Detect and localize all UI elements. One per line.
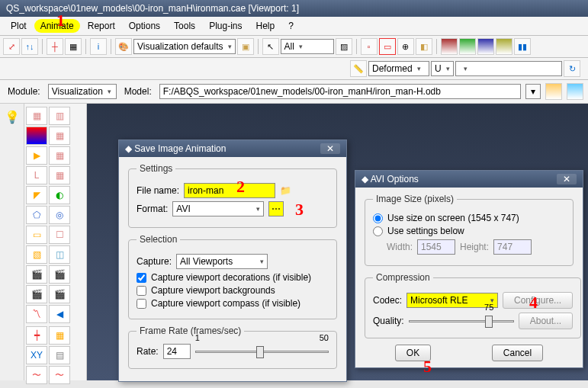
node-icon[interactable]: ▫ [361, 38, 378, 55]
tb-8[interactable]: ▦ [49, 166, 70, 184]
model-path-field[interactable] [159, 84, 521, 99]
tb-axis[interactable]: ┿ [26, 326, 47, 345]
rate-slider[interactable]: 1 50 [195, 342, 329, 361]
tb-10[interactable]: ◐ [49, 186, 70, 204]
compression-group: Compression Codec: Microsoft RLE Configu… [365, 272, 581, 338]
tb-grid[interactable]: ▦ [49, 326, 70, 345]
tb-6[interactable]: ▦ [49, 146, 70, 165]
selection-legend: Selection [137, 234, 180, 245]
menu-tools[interactable]: Tools [168, 19, 201, 33]
quality-slider[interactable]: 75 [409, 312, 514, 330]
opt-screen-label: Use size on screen (1545 x 747) [387, 213, 519, 223]
tb-wave2[interactable]: 〜 [49, 366, 70, 384]
filename-input[interactable] [184, 183, 275, 198]
model-dropdown-icon[interactable]: ▾ [525, 84, 541, 99]
tb-3[interactable] [26, 127, 47, 145]
tb-2[interactable]: ▥ [49, 107, 70, 125]
tb-film4[interactable]: 🎬 [49, 285, 70, 303]
tb-9[interactable]: ◤ [26, 186, 47, 204]
tb-film1[interactable]: 🎬 [26, 265, 47, 284]
tb-prev[interactable]: ◀ [49, 305, 70, 323]
menu-plot[interactable]: Plot [5, 19, 33, 33]
capture-select[interactable]: All Viewports [176, 254, 268, 269]
diamond-icon: ◆ [125, 143, 132, 154]
tb-wave1[interactable]: 〜 [26, 366, 47, 384]
axis-icon[interactable]: ┼ [47, 38, 63, 55]
tb-12[interactable]: ◎ [49, 206, 70, 224]
close-icon[interactable]: ✕ [320, 143, 340, 154]
tb-table[interactable]: ▤ [49, 346, 70, 364]
deformed-select[interactable]: Deformed [368, 61, 429, 76]
menu-options[interactable]: Options [123, 19, 166, 33]
tb-xy[interactable]: XY [26, 346, 47, 364]
tb-11[interactable]: ⬠ [26, 206, 47, 224]
tb-chart[interactable]: 〽 [26, 305, 47, 323]
cube-shaded-icon[interactable]: ◧ [416, 38, 432, 55]
grad4-icon[interactable] [496, 38, 512, 55]
palette-icon[interactable]: 🎨 [115, 38, 132, 55]
tb-4[interactable]: ▦ [49, 127, 70, 145]
tb-1[interactable]: ▦ [26, 107, 47, 125]
menu-animate[interactable]: Animate [34, 19, 80, 33]
menu-help[interactable]: Help [249, 19, 281, 33]
height-input [493, 239, 532, 255]
cube-icon[interactable]: ▣ [237, 38, 254, 55]
sel-rect-icon[interactable]: ▭ [379, 38, 396, 55]
viz-defaults-select[interactable]: Visualization defaults [133, 39, 236, 54]
grad1-icon[interactable] [441, 38, 458, 55]
var-select[interactable]: U [431, 61, 454, 76]
tile1-icon[interactable] [545, 83, 562, 100]
filter-select[interactable]: All [281, 39, 334, 54]
context-bar: Module: Visualization Model: ▾ [0, 80, 588, 104]
tb-14[interactable]: ☐ [49, 226, 70, 244]
quality-label: Quality: [373, 316, 404, 326]
tb-16[interactable]: ◫ [49, 245, 70, 264]
cursor-icon[interactable]: ↖ [262, 38, 279, 55]
menu-report[interactable]: Report [82, 19, 121, 33]
format-options-button[interactable]: ⋯ [268, 201, 284, 216]
hatch-icon[interactable]: ▨ [336, 38, 352, 55]
bulb-icon[interactable]: 💡 [0, 110, 24, 124]
avi-options-dialog: ◆ AVI Options ✕ Image Size (pixels) Use … [355, 170, 583, 368]
tb-7[interactable]: L [26, 166, 47, 184]
component-select[interactable] [455, 61, 562, 76]
module-select[interactable]: Visualization [48, 84, 117, 99]
tb-13[interactable]: ▭ [26, 226, 47, 244]
grad3-icon[interactable] [477, 38, 494, 55]
dialog-title: Save Image Animation [134, 143, 226, 154]
ok-button[interactable]: OK [395, 345, 431, 361]
bars-icon[interactable]: ▮▮ [514, 38, 531, 55]
tb-film2[interactable]: 🎬 [49, 265, 70, 284]
tb-film3[interactable]: 🎬 [26, 285, 47, 303]
format-select[interactable]: AVI [172, 201, 264, 216]
avi-title-bar[interactable]: ◆ AVI Options ✕ [355, 171, 583, 188]
rate-input[interactable] [163, 344, 191, 359]
info-icon[interactable]: i [90, 38, 107, 55]
title-bar: QS_workspace\01new_models\00-iron_manH\i… [0, 0, 588, 17]
tile2-icon[interactable] [567, 83, 583, 100]
menu-whatsthis[interactable]: ? [282, 19, 300, 33]
menu-plugins[interactable]: Plug-ins [203, 19, 248, 33]
opt-screen[interactable] [373, 213, 383, 223]
chk-decorations[interactable] [137, 273, 146, 283]
arrows-icon[interactable]: ↑↓ [21, 38, 38, 55]
chk-compass[interactable] [137, 299, 146, 309]
refresh-icon[interactable]: ↻ [564, 60, 580, 77]
fit-icon[interactable]: ⤢ [3, 38, 20, 55]
grad2-icon[interactable] [459, 38, 476, 55]
add-node-icon[interactable]: ⊕ [397, 38, 414, 55]
close-icon[interactable]: ✕ [557, 174, 577, 184]
tb-5[interactable]: ▶ [26, 146, 47, 165]
chk-backgrounds-label: Capture viewport backgrounds [151, 285, 275, 296]
cancel-button[interactable]: Cancel [492, 345, 543, 361]
rail-icon[interactable]: ▦ [65, 38, 82, 55]
chk-backgrounds[interactable] [137, 286, 146, 296]
selection-group: Selection Capture: All Viewports Capture… [128, 234, 337, 319]
scale-icon[interactable]: 📏 [350, 60, 367, 77]
tb-15[interactable]: ▧ [26, 245, 47, 264]
avi-dialog-title: AVI Options [371, 174, 419, 184]
height-label: Height: [460, 242, 489, 252]
dialog-title-bar[interactable]: ◆ Save Image Animation ✕ [119, 140, 346, 157]
browse-icon[interactable]: 📁 [280, 185, 291, 196]
opt-below[interactable] [373, 226, 383, 236]
